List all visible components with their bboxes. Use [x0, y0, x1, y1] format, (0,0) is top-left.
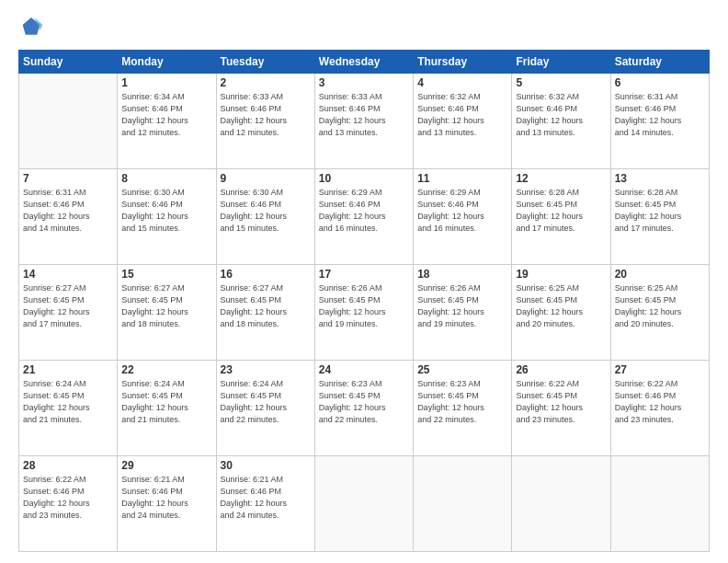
calendar-cell: 13Sunrise: 6:28 AM Sunset: 6:45 PM Dayli… [610, 169, 709, 265]
calendar-cell: 24Sunrise: 6:23 AM Sunset: 6:45 PM Dayli… [314, 361, 413, 456]
day-number: 24 [319, 363, 409, 376]
day-info: Sunrise: 6:28 AM Sunset: 6:45 PM Dayligh… [615, 187, 705, 235]
weekday-header-monday: Monday [118, 51, 216, 74]
calendar-cell: 15Sunrise: 6:27 AM Sunset: 6:45 PM Dayli… [118, 265, 216, 361]
week-row-4: 21Sunrise: 6:24 AM Sunset: 6:45 PM Dayli… [19, 361, 710, 456]
calendar-header: SundayMondayTuesdayWednesdayThursdayFrid… [19, 51, 710, 74]
day-number: 1 [121, 76, 211, 89]
day-number: 16 [221, 268, 311, 281]
day-info: Sunrise: 6:31 AM Sunset: 6:46 PM Dayligh… [23, 187, 113, 235]
week-row-2: 7Sunrise: 6:31 AM Sunset: 6:46 PM Daylig… [19, 169, 710, 265]
day-info: Sunrise: 6:27 AM Sunset: 6:45 PM Dayligh… [23, 282, 113, 330]
day-info: Sunrise: 6:27 AM Sunset: 6:45 PM Dayligh… [121, 282, 211, 330]
day-number: 10 [319, 172, 409, 185]
calendar-cell: 4Sunrise: 6:32 AM Sunset: 6:46 PM Daylig… [414, 74, 512, 169]
day-info: Sunrise: 6:29 AM Sunset: 6:46 PM Dayligh… [417, 187, 507, 235]
page: SundayMondayTuesdayWednesdayThursdayFrid… [0, 0, 728, 563]
calendar-cell: 12Sunrise: 6:28 AM Sunset: 6:45 PM Dayli… [512, 169, 610, 265]
calendar-cell: 10Sunrise: 6:29 AM Sunset: 6:46 PM Dayli… [314, 169, 413, 265]
day-number: 2 [221, 76, 311, 89]
day-info: Sunrise: 6:22 AM Sunset: 6:46 PM Dayligh… [615, 378, 705, 426]
calendar-cell: 22Sunrise: 6:24 AM Sunset: 6:45 PM Dayli… [118, 361, 216, 456]
calendar-cell: 9Sunrise: 6:30 AM Sunset: 6:46 PM Daylig… [216, 169, 314, 265]
calendar-cell: 30Sunrise: 6:21 AM Sunset: 6:46 PM Dayli… [216, 456, 314, 552]
day-number: 6 [615, 76, 705, 89]
calendar-cell: 29Sunrise: 6:21 AM Sunset: 6:46 PM Dayli… [118, 456, 216, 552]
day-info: Sunrise: 6:21 AM Sunset: 6:46 PM Dayligh… [121, 474, 211, 522]
calendar-cell: 28Sunrise: 6:22 AM Sunset: 6:46 PM Dayli… [19, 456, 118, 552]
week-row-1: 1Sunrise: 6:34 AM Sunset: 6:46 PM Daylig… [19, 74, 710, 169]
logo-icon [18, 15, 44, 40]
day-info: Sunrise: 6:24 AM Sunset: 6:45 PM Dayligh… [23, 378, 113, 426]
calendar-cell: 27Sunrise: 6:22 AM Sunset: 6:46 PM Dayli… [610, 361, 709, 456]
day-info: Sunrise: 6:29 AM Sunset: 6:46 PM Dayligh… [319, 187, 409, 235]
calendar-body: 1Sunrise: 6:34 AM Sunset: 6:46 PM Daylig… [19, 74, 710, 552]
calendar-cell: 16Sunrise: 6:27 AM Sunset: 6:45 PM Dayli… [216, 265, 314, 361]
day-number: 12 [516, 172, 606, 185]
day-number: 28 [23, 459, 113, 472]
calendar-cell [512, 456, 610, 552]
weekday-header-tuesday: Tuesday [216, 51, 314, 74]
calendar-cell: 17Sunrise: 6:26 AM Sunset: 6:45 PM Dayli… [314, 265, 413, 361]
day-info: Sunrise: 6:33 AM Sunset: 6:46 PM Dayligh… [319, 91, 409, 139]
calendar-cell: 18Sunrise: 6:26 AM Sunset: 6:45 PM Dayli… [414, 265, 512, 361]
weekday-header-sunday: Sunday [19, 51, 118, 74]
header [18, 15, 710, 40]
weekday-header-thursday: Thursday [414, 51, 512, 74]
day-number: 30 [221, 459, 311, 472]
calendar-cell: 26Sunrise: 6:22 AM Sunset: 6:45 PM Dayli… [512, 361, 610, 456]
calendar-cell: 19Sunrise: 6:25 AM Sunset: 6:45 PM Dayli… [512, 265, 610, 361]
calendar-cell: 6Sunrise: 6:31 AM Sunset: 6:46 PM Daylig… [610, 74, 709, 169]
day-info: Sunrise: 6:24 AM Sunset: 6:45 PM Dayligh… [121, 378, 211, 426]
calendar-cell: 3Sunrise: 6:33 AM Sunset: 6:46 PM Daylig… [314, 74, 413, 169]
day-number: 4 [417, 76, 507, 89]
day-number: 17 [319, 268, 409, 281]
calendar-cell: 1Sunrise: 6:34 AM Sunset: 6:46 PM Daylig… [118, 74, 216, 169]
calendar-cell: 8Sunrise: 6:30 AM Sunset: 6:46 PM Daylig… [118, 169, 216, 265]
day-info: Sunrise: 6:25 AM Sunset: 6:45 PM Dayligh… [615, 282, 705, 330]
day-number: 15 [121, 268, 211, 281]
day-info: Sunrise: 6:31 AM Sunset: 6:46 PM Dayligh… [615, 91, 705, 139]
day-number: 14 [23, 268, 113, 281]
day-info: Sunrise: 6:28 AM Sunset: 6:45 PM Dayligh… [516, 187, 606, 235]
calendar-table: SundayMondayTuesdayWednesdayThursdayFrid… [18, 50, 710, 552]
day-number: 22 [121, 363, 211, 376]
calendar-cell: 23Sunrise: 6:24 AM Sunset: 6:45 PM Dayli… [216, 361, 314, 456]
day-number: 3 [319, 76, 409, 89]
week-row-3: 14Sunrise: 6:27 AM Sunset: 6:45 PM Dayli… [19, 265, 710, 361]
day-number: 7 [23, 172, 113, 185]
weekday-header-wednesday: Wednesday [314, 51, 413, 74]
day-number: 25 [417, 363, 507, 376]
week-row-5: 28Sunrise: 6:22 AM Sunset: 6:46 PM Dayli… [19, 456, 710, 552]
day-info: Sunrise: 6:22 AM Sunset: 6:45 PM Dayligh… [516, 378, 606, 426]
weekday-row: SundayMondayTuesdayWednesdayThursdayFrid… [19, 51, 710, 74]
day-info: Sunrise: 6:32 AM Sunset: 6:46 PM Dayligh… [516, 91, 606, 139]
weekday-header-saturday: Saturday [610, 51, 709, 74]
calendar-cell: 2Sunrise: 6:33 AM Sunset: 6:46 PM Daylig… [216, 74, 314, 169]
day-info: Sunrise: 6:32 AM Sunset: 6:46 PM Dayligh… [417, 91, 507, 139]
calendar-cell [414, 456, 512, 552]
day-info: Sunrise: 6:34 AM Sunset: 6:46 PM Dayligh… [121, 91, 211, 139]
svg-marker-0 [23, 17, 40, 35]
calendar-cell: 21Sunrise: 6:24 AM Sunset: 6:45 PM Dayli… [19, 361, 118, 456]
day-number: 23 [221, 363, 311, 376]
day-info: Sunrise: 6:24 AM Sunset: 6:45 PM Dayligh… [221, 378, 311, 426]
day-info: Sunrise: 6:22 AM Sunset: 6:46 PM Dayligh… [23, 474, 113, 522]
day-info: Sunrise: 6:27 AM Sunset: 6:45 PM Dayligh… [221, 282, 311, 330]
day-info: Sunrise: 6:30 AM Sunset: 6:46 PM Dayligh… [221, 187, 311, 235]
calendar-cell: 25Sunrise: 6:23 AM Sunset: 6:45 PM Dayli… [414, 361, 512, 456]
day-info: Sunrise: 6:25 AM Sunset: 6:45 PM Dayligh… [516, 282, 606, 330]
day-info: Sunrise: 6:21 AM Sunset: 6:46 PM Dayligh… [221, 474, 311, 522]
day-number: 13 [615, 172, 705, 185]
day-number: 11 [417, 172, 507, 185]
weekday-header-friday: Friday [512, 51, 610, 74]
day-info: Sunrise: 6:23 AM Sunset: 6:45 PM Dayligh… [319, 378, 409, 426]
day-info: Sunrise: 6:23 AM Sunset: 6:45 PM Dayligh… [417, 378, 507, 426]
day-info: Sunrise: 6:30 AM Sunset: 6:46 PM Dayligh… [121, 187, 211, 235]
day-number: 19 [516, 268, 606, 281]
logo [18, 15, 48, 40]
day-number: 27 [615, 363, 705, 376]
day-number: 9 [221, 172, 311, 185]
calendar-cell: 5Sunrise: 6:32 AM Sunset: 6:46 PM Daylig… [512, 74, 610, 169]
day-number: 21 [23, 363, 113, 376]
